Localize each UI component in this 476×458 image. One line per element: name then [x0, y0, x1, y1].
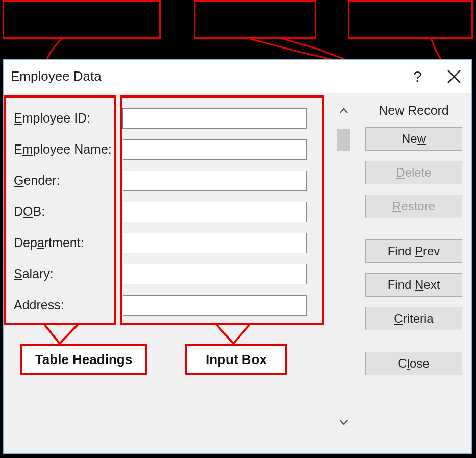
employee-name-input[interactable] [123, 139, 307, 160]
button-column: New Record New Delete Restore Find Prev … [363, 103, 465, 385]
gender-input[interactable] [123, 171, 307, 191]
field-row-dob: DOB: [11, 196, 335, 227]
record-status-label: New Record [363, 103, 465, 118]
field-row-employee-name: Employee Name: [11, 134, 335, 165]
field-row-employee-id: Employee ID: [11, 103, 335, 134]
titlebar: Employee Data ? [4, 60, 471, 93]
dialog-body: Employee ID: Employee Name: Gender: DOB:… [4, 93, 471, 453]
callout-top-middle [194, 0, 316, 39]
salary-input[interactable] [123, 264, 307, 284]
employee-id-input[interactable] [123, 108, 307, 129]
find-next-button[interactable]: Find Next [365, 273, 462, 297]
close-icon[interactable] [444, 67, 464, 86]
scroll-thumb[interactable] [337, 129, 350, 151]
field-row-salary: Salary: [11, 258, 335, 290]
scroll-down-icon[interactable] [335, 415, 353, 430]
field-label: Salary: [11, 267, 123, 281]
field-label: Employee ID: [11, 111, 123, 126]
field-label: DOB: [11, 204, 123, 219]
form-scrollbar[interactable] [335, 103, 353, 430]
field-label: Address: [11, 298, 123, 312]
criteria-button[interactable]: Criteria [365, 307, 462, 330]
field-label: Department: [11, 235, 123, 250]
callout-top-left [3, 0, 161, 39]
field-row-gender: Gender: [11, 165, 335, 196]
new-button[interactable]: New [365, 127, 462, 151]
callout-top-right [348, 0, 473, 39]
data-form-dialog: Employee Data ? Employee ID: Employee Na… [3, 59, 472, 454]
close-button[interactable]: Close [365, 352, 462, 375]
field-row-address: Address: [11, 290, 335, 321]
dialog-title: Employee Data [11, 68, 102, 84]
annotation-label-input-box: Input Box [185, 344, 287, 375]
help-icon[interactable]: ? [409, 66, 426, 87]
delete-button[interactable]: Delete [365, 161, 462, 184]
field-label: Employee Name: [11, 142, 123, 157]
form-area: Employee ID: Employee Name: Gender: DOB:… [11, 103, 335, 321]
dob-input[interactable] [123, 202, 307, 222]
address-input[interactable] [123, 295, 307, 316]
annotation-label-table-headings: Table Headings [20, 344, 147, 375]
find-prev-button[interactable]: Find Prev [365, 239, 462, 263]
scroll-up-icon[interactable] [335, 103, 353, 118]
field-label: Gender: [11, 173, 123, 188]
field-row-department: Department: [11, 227, 335, 258]
department-input[interactable] [123, 233, 307, 253]
restore-button[interactable]: Restore [365, 195, 462, 218]
